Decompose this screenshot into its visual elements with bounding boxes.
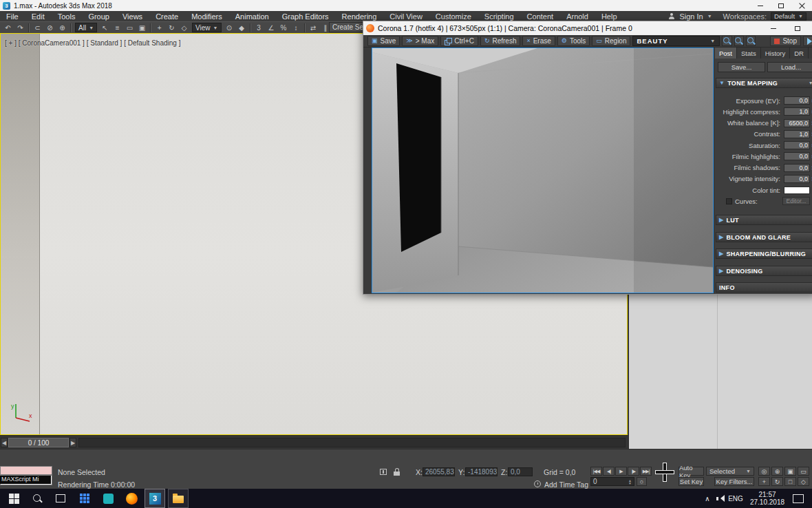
time-slider-track[interactable] (78, 438, 626, 447)
current-frame-field[interactable]: 0 ▲▼ (590, 477, 634, 486)
vfb-title-bar[interactable]: Corona 1.7 (hotfix 4) | 673×505px (1:1) … (363, 21, 812, 35)
sign-in-button[interactable]: Sign In (679, 12, 703, 21)
zoom-reset-button[interactable] (734, 36, 744, 46)
tab-dr[interactable]: DR (790, 47, 809, 59)
field-of-view-icon[interactable]: ◇ (798, 477, 809, 486)
section-bloom-and-glare[interactable]: ▶ BLOOM AND GLARE (716, 232, 812, 242)
select-and-scale-icon[interactable]: ◇ (178, 23, 190, 33)
orbit-icon[interactable]: ↻ (771, 477, 783, 486)
selection-filter-dropdown[interactable]: All ▼ (75, 23, 97, 32)
vfb-erase-button[interactable]: ×Erase (522, 36, 555, 46)
zoom-all-icon[interactable]: ⊕ (771, 467, 783, 476)
tab-history[interactable]: History (761, 47, 791, 59)
reference-coordinate-dropdown[interactable]: View ▼ (192, 23, 221, 32)
next-frame-button[interactable]: |▶ (628, 467, 639, 476)
zoom-in-button[interactable] (746, 36, 756, 46)
undo-icon[interactable]: ↶ (2, 23, 14, 33)
param-field[interactable]: 1,0 (784, 107, 810, 116)
pan-view-icon[interactable]: + (758, 477, 770, 486)
select-and-move-icon[interactable]: + (153, 23, 165, 33)
vfb-tools-button[interactable]: ⚙Tools (557, 36, 590, 46)
search-button[interactable] (28, 489, 47, 508)
param-field[interactable]: 1,0 (784, 130, 810, 138)
vfb-copy-button[interactable]: Ctrl+C (440, 36, 478, 46)
volume-button[interactable] (714, 489, 727, 508)
previous-frame-arrow[interactable]: ◀ (1, 438, 8, 447)
menu-item-create[interactable]: Create (156, 12, 178, 21)
file-explorer-button[interactable] (168, 489, 189, 508)
window-crossing-icon[interactable]: ▣ (136, 23, 148, 33)
menu-item-file[interactable]: File (6, 12, 19, 21)
menu-item-modifiers[interactable]: Modifiers (191, 12, 222, 21)
menu-item-content[interactable]: Content (527, 12, 554, 21)
menu-item-animation[interactable]: Animation (235, 12, 269, 21)
close-button[interactable] (791, 0, 812, 11)
angle-snap-icon[interactable]: ∠ (266, 23, 277, 33)
menu-item-civil-view[interactable]: Civil View (389, 12, 422, 21)
select-by-name-icon[interactable]: ≡ (111, 23, 123, 33)
workspace-dropdown[interactable]: Default ▼ (771, 12, 806, 21)
param-field[interactable]: 0,0 (784, 141, 810, 149)
post-load-button[interactable]: Load... (767, 62, 812, 72)
maximize-viewport-toggle-icon[interactable]: □ (784, 477, 796, 486)
render-element-dropdown[interactable]: BEAUTY ▼ (632, 36, 720, 46)
key-mode-dropdown[interactable]: Selected ▼ (706, 467, 754, 476)
menu-item-customize[interactable]: Customize (436, 12, 471, 21)
vfb-minimize-button[interactable] (765, 23, 782, 34)
param-field[interactable]: 0,0 (784, 175, 810, 183)
param-field[interactable]: 0,0 (784, 152, 810, 160)
unlink-selection-icon[interactable]: ⊘ (44, 23, 56, 33)
key-filters-button[interactable]: Key Filters... (714, 477, 754, 486)
vfb-maximize-button[interactable] (789, 23, 806, 34)
snap-toggle-icon[interactable]: 3 (253, 23, 265, 33)
chevron-down-icon[interactable]: ▼ (707, 14, 712, 19)
action-center-button[interactable] (790, 489, 806, 508)
menu-item-views[interactable]: Views (122, 12, 142, 21)
teal-app-button[interactable] (98, 489, 118, 508)
use-pivot-center-icon[interactable]: ⊙ (224, 23, 235, 33)
firefox-button[interactable] (121, 489, 142, 508)
menu-item-tools[interactable]: Tools (58, 12, 76, 21)
tab-stats[interactable]: Stats (737, 47, 761, 59)
app-grid-button[interactable] (74, 489, 95, 508)
mirror-icon[interactable]: ⇄ (308, 23, 319, 33)
z-coordinate-field[interactable]: 0,0 (508, 467, 533, 476)
zoom-extents-icon[interactable]: ▣ (784, 467, 796, 476)
param-field[interactable]: 0,0 (784, 96, 810, 105)
menu-item-help[interactable]: Help (601, 12, 617, 21)
key-mode-toggle-button[interactable]: ○ (637, 477, 647, 486)
selection-lock-icon[interactable] (392, 467, 402, 477)
param-field[interactable]: 0,0 (784, 164, 810, 172)
rendered-frame-image[interactable] (372, 47, 714, 293)
maximize-button[interactable] (771, 0, 791, 11)
menu-item-rendering[interactable]: Rendering (342, 12, 377, 21)
selection-region-icon[interactable]: ▭ (124, 23, 136, 33)
tab-post[interactable]: Post (715, 47, 737, 59)
percent-snap-icon[interactable]: % (278, 23, 290, 33)
select-and-link-icon[interactable]: ⊂ (32, 23, 43, 33)
zoom-region-icon[interactable]: ▭ (798, 467, 809, 476)
select-object-icon[interactable]: ↖ (99, 23, 111, 33)
tab-lightmix[interactable]: Light (809, 47, 812, 59)
time-slider-handle[interactable]: 0 / 100 (8, 438, 69, 447)
x-coordinate-field[interactable]: 26055,83 (423, 467, 455, 476)
menu-item-arnold[interactable]: Arnold (566, 12, 588, 21)
stop-render-button[interactable]: Stop (770, 36, 801, 46)
menu-item-group[interactable]: Group (88, 12, 109, 21)
vfb-send-to-max-button[interactable]: ≫> Max (402, 36, 438, 46)
post-save-button[interactable]: Save... (718, 62, 765, 72)
transform-mode-icon[interactable] (378, 467, 389, 477)
viewport-label[interactable]: [ + ] [ CoronaCamera001 ] [ Standard ] [… (5, 39, 180, 47)
minimize-button[interactable] (750, 0, 771, 11)
menu-item-scripting[interactable]: Scripting (484, 12, 514, 21)
section-lut[interactable]: ▶ LUT (716, 215, 812, 225)
tone-mapping-header[interactable]: ▼ TONE MAPPING ▼ (716, 78, 812, 88)
vfb-save-button[interactable]: ▣Save (367, 36, 400, 46)
section-sharpening-blurring[interactable]: ▶ SHARPENING/BLURRING (716, 248, 812, 259)
3ds-max-taskbar-button[interactable]: 3 (145, 489, 165, 508)
color-tint-swatch[interactable] (784, 187, 810, 194)
next-frame-arrow[interactable]: ▶ (70, 438, 76, 447)
tray-expand-button[interactable]: ∧ (702, 489, 713, 508)
zoom-out-button[interactable] (722, 36, 731, 46)
param-field[interactable]: 6500,0 (784, 119, 810, 127)
